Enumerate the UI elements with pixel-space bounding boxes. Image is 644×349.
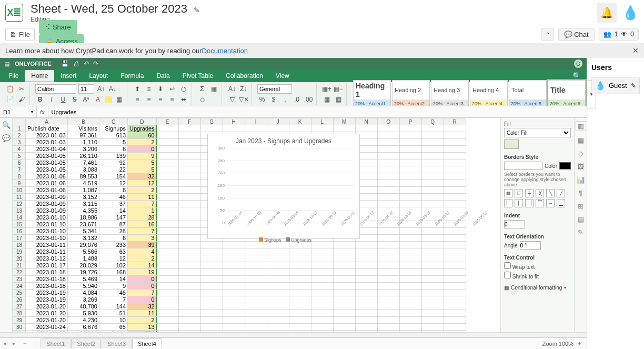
zoom-label[interactable]: Zoom 100% — [542, 341, 573, 347]
cell-C16[interactable]: 28 — [99, 228, 128, 235]
cell-A1[interactable]: Publish date — [26, 125, 68, 132]
cell-P3[interactable] — [399, 139, 421, 146]
cell-C30[interactable]: 65 — [99, 324, 128, 331]
cell-A3[interactable]: 2023-01-03 — [26, 139, 68, 146]
cell-C10[interactable]: 8 — [99, 187, 128, 194]
row-header-12[interactable]: 12 — [13, 201, 26, 207]
cell-I29[interactable] — [245, 317, 267, 324]
save-icon[interactable]: 💾 — [61, 60, 69, 67]
row-header-3[interactable]: 3 — [13, 139, 26, 146]
cell-C29[interactable]: 10 — [99, 317, 128, 324]
cell-I23[interactable] — [245, 276, 267, 283]
fill-down-icon[interactable]: ▦ — [209, 84, 218, 94]
cell-F11[interactable] — [178, 194, 200, 201]
cell-B27[interactable]: 48,780 — [68, 303, 99, 310]
cell-P28[interactable] — [399, 310, 421, 317]
cell-F6[interactable] — [178, 159, 200, 166]
cell-N25[interactable] — [355, 290, 377, 296]
column-header-M[interactable]: M — [333, 118, 355, 125]
cell-D27[interactable]: 32 — [128, 303, 157, 310]
cell-G22[interactable] — [200, 269, 223, 276]
fill-color-swatch[interactable] — [504, 139, 519, 149]
spreadsheet-grid[interactable]: ABCDEFGHIJKLMNOPQR1Publish dateVisitorsS… — [13, 118, 500, 332]
cell-Q21[interactable] — [421, 262, 444, 269]
cell-D1[interactable]: Upgrades — [128, 125, 157, 132]
cell-A10[interactable]: 2023-01-06 — [26, 187, 68, 194]
tab-nav-first-icon[interactable]: ◂ — [0, 340, 9, 347]
italic-icon[interactable]: I — [47, 95, 56, 104]
cell-D11[interactable]: 11 — [128, 194, 157, 201]
comments-icon[interactable]: 💬 — [2, 134, 11, 142]
cell-A18[interactable]: 2023-01-11 — [26, 242, 68, 248]
cell-D31[interactable]: 264 — [128, 331, 157, 333]
cell-L31[interactable] — [311, 331, 333, 333]
cell-E31[interactable] — [156, 331, 178, 333]
cell-L25[interactable] — [311, 290, 333, 296]
ribbon-tab-file[interactable]: File — [2, 70, 25, 82]
cell-P31[interactable] — [399, 331, 421, 333]
cell-E26[interactable] — [156, 296, 178, 303]
cell-F12[interactable] — [178, 201, 200, 207]
cell-R3[interactable] — [444, 139, 466, 146]
cell-E23[interactable] — [156, 276, 178, 283]
cell-A30[interactable]: 2023-01-24 — [26, 324, 68, 331]
cell-R19[interactable] — [444, 248, 466, 255]
cell-N30[interactable] — [355, 324, 377, 331]
cell-F25[interactable] — [178, 290, 200, 296]
cell-N21[interactable] — [355, 262, 377, 269]
cell-H25[interactable] — [223, 290, 245, 296]
cell-R30[interactable] — [444, 324, 466, 331]
row-header-13[interactable]: 13 — [13, 207, 26, 214]
cell-A23[interactable]: 2023-01-18 — [26, 276, 68, 283]
cell-D28[interactable]: 11 — [128, 310, 157, 317]
cell-A26[interactable]: 2023-01-19 — [26, 296, 68, 303]
row-header-30[interactable]: 30 — [13, 324, 26, 331]
copy-icon[interactable]: 📋 — [5, 84, 15, 94]
cell-M22[interactable] — [333, 269, 355, 276]
cell-O25[interactable] — [377, 290, 399, 296]
cell-Q2[interactable] — [421, 132, 444, 139]
cell-D3[interactable]: 2 — [128, 139, 157, 146]
redo-icon[interactable]: ↷ — [93, 60, 98, 67]
column-header-K[interactable]: K — [289, 118, 311, 125]
cell-A20[interactable]: 2023-01-12 — [26, 255, 68, 262]
cell-F10[interactable] — [178, 187, 200, 194]
cell-N31[interactable] — [355, 331, 377, 333]
cell-L21[interactable] — [311, 262, 333, 269]
cell-E17[interactable] — [156, 235, 178, 242]
cell-I31[interactable] — [245, 331, 267, 333]
cell-C31[interactable]: 2,168 — [99, 331, 128, 333]
cell-A8[interactable]: 2023-01-06 — [26, 173, 68, 180]
borders-icon[interactable]: ▦ — [114, 95, 124, 104]
cell-A14[interactable]: 2023-01-10 — [26, 214, 68, 221]
document-title[interactable]: Sheet - Wed, 25 October 2023 ✎ — [31, 2, 200, 16]
ribbon-tab-layout[interactable]: Layout — [83, 70, 114, 82]
cell-I30[interactable] — [245, 324, 267, 331]
cell-B19[interactable]: 5,566 — [68, 248, 99, 255]
cell-H29[interactable] — [223, 317, 245, 324]
cell-Q27[interactable] — [421, 303, 444, 310]
border-color-swatch[interactable] — [559, 162, 571, 169]
cell-D19[interactable]: 4 — [128, 248, 157, 255]
cell-F7[interactable] — [178, 166, 200, 173]
filter-icon[interactable]: ▽ — [227, 95, 237, 104]
cell-D20[interactable]: 2 — [128, 255, 157, 262]
cell-K23[interactable] — [289, 276, 311, 283]
border-right-icon[interactable]: ▕ — [525, 199, 534, 207]
undo-icon[interactable]: ↶ — [84, 60, 89, 67]
cell-F20[interactable] — [178, 255, 200, 262]
cell-R8[interactable] — [444, 173, 466, 180]
cell-D23[interactable]: 0 — [128, 276, 157, 283]
user-count-indicator[interactable]: 👥1 👁0 — [599, 28, 639, 41]
cell-H23[interactable] — [223, 276, 245, 283]
number-format-select[interactable] — [257, 84, 292, 94]
cell-O23[interactable] — [377, 276, 399, 283]
cell-L30[interactable] — [311, 324, 333, 331]
cell-J24[interactable] — [267, 283, 289, 290]
ribbon-tab-home[interactable]: Home — [25, 70, 54, 82]
row-header-4[interactable]: 4 — [13, 146, 26, 153]
cell-F27[interactable] — [178, 303, 200, 310]
cell-F30[interactable] — [178, 324, 200, 331]
share-button[interactable]: ⠪ Share — [39, 20, 77, 34]
cell-B22[interactable]: 19,726 — [68, 269, 99, 276]
